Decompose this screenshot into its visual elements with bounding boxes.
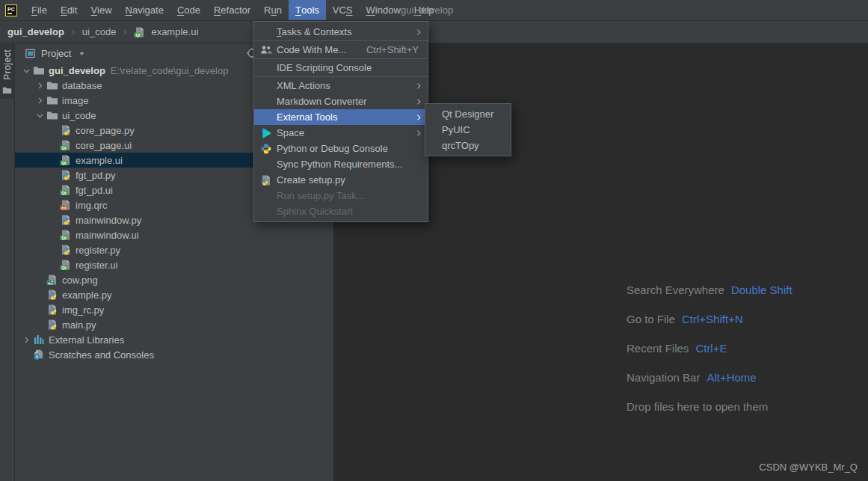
- space-icon: [260, 127, 272, 139]
- menu-edit[interactable]: Edit: [54, 0, 84, 20]
- menu-shortcut: Ctrl+Shift+Y: [366, 44, 419, 55]
- menu-navigate[interactable]: Navigate: [119, 0, 170, 20]
- menu-item-space[interactable]: Space: [254, 125, 428, 141]
- project-view-icon: [25, 48, 36, 59]
- menu-item-sync-python-requirements[interactable]: Sync Python Requirements...: [254, 156, 428, 172]
- menu-view[interactable]: View: [84, 0, 118, 20]
- hint-go-to-file: Go to File: [627, 313, 675, 325]
- project-path: E:\relate_code\gui_develop: [111, 65, 229, 76]
- python-file-icon: [46, 304, 58, 316]
- chevron-down-icon[interactable]: [78, 49, 86, 58]
- scratches-icon: [33, 349, 45, 361]
- hint-recent-files: Recent Files: [627, 342, 689, 355]
- menu-file[interactable]: File: [25, 0, 54, 20]
- menu-tools[interactable]: Tools: [289, 0, 326, 20]
- breadcrumb-project[interactable]: gui_develop: [7, 26, 64, 37]
- menu-separator: [254, 58, 428, 59]
- tool-window-stripe: Project: [0, 43, 15, 481]
- python-file-icon: [46, 319, 58, 331]
- create-setup-icon: [260, 174, 272, 186]
- qrc-file-icon: [60, 199, 72, 211]
- folder-icon: [46, 109, 58, 121]
- project-tool-window-tab[interactable]: Project: [0, 44, 14, 99]
- hint-keys: Ctrl+Shift+N: [682, 313, 743, 325]
- qt-ui-file-icon: [60, 229, 72, 241]
- tools-menu-popup: Tasks & Contexts Code With Me... Ctrl+Sh…: [253, 21, 428, 222]
- tree-item-scratches-and-consoles[interactable]: Scratches and Consoles: [15, 347, 333, 362]
- submenu-arrow-icon: [414, 129, 423, 138]
- chevron-right-icon: [70, 28, 77, 36]
- tree-item-img-rc-py[interactable]: img_rc.py: [15, 302, 333, 317]
- breadcrumb: gui_develop ui_code example.ui: [0, 21, 868, 43]
- csdn-watermark: CSDN @WYKB_Mr_Q: [759, 462, 858, 473]
- python-icon: [260, 143, 272, 155]
- python-file-icon: [46, 289, 58, 301]
- tree-item-external-libraries[interactable]: External Libraries: [15, 332, 333, 347]
- menu-item-sphinx-quickstart: Sphinx Quickstart: [254, 203, 428, 219]
- editor-shortcut-hints: Search Everywhere Double Shift Go to Fil…: [627, 275, 792, 421]
- menu-item-ide-scripting-console[interactable]: IDE Scripting Console: [254, 60, 428, 76]
- chevron-down-icon[interactable]: [19, 64, 33, 76]
- tree-item-main-py[interactable]: main.py: [15, 317, 333, 332]
- folder-icon: [2, 85, 12, 95]
- project-view-selector[interactable]: Project: [41, 48, 71, 59]
- python-file-icon: [60, 244, 72, 256]
- hint-drop-files: Drop files here to open them: [627, 400, 768, 413]
- image-file-icon: [46, 274, 58, 286]
- python-file-icon: [60, 124, 72, 136]
- submenu-item-pyuic[interactable]: PyUIC: [425, 122, 511, 138]
- external-libraries-icon: [33, 334, 45, 346]
- submenu-item-qt-designer[interactable]: Qt Designer: [425, 106, 511, 122]
- chevron-down-icon[interactable]: [33, 109, 46, 121]
- submenu-arrow-icon: [414, 82, 423, 91]
- hint-keys: Double Shift: [731, 284, 792, 296]
- menu-item-xml-actions[interactable]: XML Actions: [254, 78, 428, 94]
- code-with-me-icon: [260, 44, 272, 56]
- qt-ui-file-icon: [134, 26, 146, 38]
- menu-item-code-with-me[interactable]: Code With Me... Ctrl+Shift+Y: [254, 42, 428, 58]
- qt-ui-file-icon: [60, 154, 72, 166]
- submenu-arrow-icon: [414, 28, 423, 37]
- folder-icon: [46, 94, 58, 106]
- menu-run[interactable]: Run: [257, 0, 289, 20]
- python-file-icon: [60, 214, 72, 226]
- menu-code[interactable]: Code: [170, 0, 207, 20]
- chevron-right-icon[interactable]: [19, 334, 33, 346]
- menu-separator: [254, 40, 428, 41]
- menu-item-run-setup-py-task: Run setup.py Task...: [254, 188, 428, 203]
- chevron-right-icon: [121, 28, 129, 36]
- folder-icon: [33, 64, 45, 76]
- python-file-icon: [60, 169, 72, 181]
- external-tools-submenu: Qt Designer PyUIC qrcTOpy: [425, 103, 511, 156]
- submenu-arrow-icon: [414, 113, 423, 122]
- qt-ui-file-icon: [60, 139, 72, 151]
- hint-keys: Ctrl+E: [695, 342, 727, 355]
- qt-ui-file-icon: [60, 184, 72, 196]
- menu-item-markdown-converter[interactable]: Markdown Converter: [254, 94, 428, 109]
- menu-bar: PC File Edit View Navigate Code Refactor…: [0, 0, 868, 21]
- menu-item-create-setup-py[interactable]: Create setup.py: [254, 172, 428, 188]
- chevron-right-icon[interactable]: [33, 79, 46, 91]
- menu-vcs[interactable]: VCS: [326, 0, 360, 20]
- submenu-arrow-icon: [414, 97, 423, 106]
- chevron-right-icon[interactable]: [33, 94, 46, 106]
- submenu-item-qrctopy[interactable]: qrcTOpy: [425, 138, 511, 153]
- hint-keys: Alt+Home: [707, 371, 756, 384]
- tree-item-cow-png[interactable]: cow.png: [15, 272, 333, 287]
- menu-item-python-or-debug-console[interactable]: Python or Debug Console: [254, 141, 428, 156]
- menu-separator: [254, 76, 428, 77]
- tree-item-example-py[interactable]: example.py: [15, 287, 333, 302]
- pycharm-window: PC File Edit View Navigate Code Refactor…: [0, 0, 868, 481]
- menu-item-tasks-and-contexts[interactable]: Tasks & Contexts: [254, 24, 428, 40]
- menu-item-external-tools[interactable]: External Tools: [254, 109, 428, 125]
- folder-icon: [46, 79, 58, 91]
- tree-item-mainwindow-ui[interactable]: mainwindow.ui: [15, 227, 333, 242]
- window-title: gui_develop: [401, 0, 453, 21]
- tree-item-register-py[interactable]: register.py: [15, 242, 333, 257]
- pycharm-logo-icon: PC: [5, 4, 17, 16]
- tree-item-register-ui[interactable]: register.ui: [15, 257, 333, 272]
- breadcrumb-file[interactable]: example.ui: [151, 26, 198, 37]
- breadcrumb-folder[interactable]: ui_code: [82, 26, 117, 37]
- menu-refactor[interactable]: Refactor: [207, 0, 257, 20]
- hint-navigation-bar: Navigation Bar: [627, 371, 700, 384]
